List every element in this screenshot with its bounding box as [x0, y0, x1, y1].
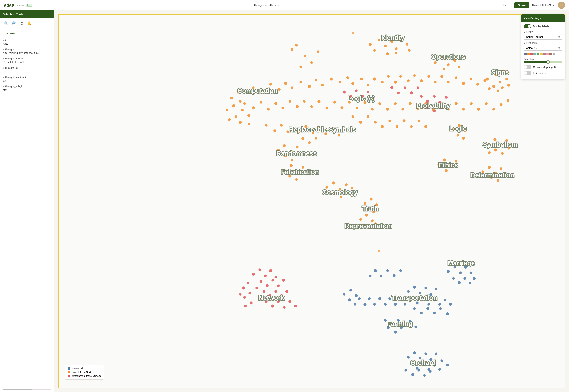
svg-point-200 [343, 90, 346, 94]
svg-point-41 [315, 79, 317, 81]
svg-point-8 [384, 45, 387, 47]
header-left: atlas by NOMIQ beta [4, 3, 32, 8]
svg-point-248 [463, 277, 466, 280]
svg-point-108 [247, 114, 250, 117]
minimize-button[interactable]: − [48, 12, 51, 16]
svg-point-319 [369, 275, 371, 277]
svg-point-239 [244, 305, 247, 308]
svg-point-181 [371, 219, 374, 222]
svg-point-70 [274, 102, 277, 105]
field-value-1: Am I thinking any of these (t's)? [3, 51, 51, 55]
svg-text:Orchard: Orchard [410, 359, 436, 366]
edit-topics-toggle[interactable] [524, 71, 531, 75]
svg-point-269 [439, 308, 442, 310]
custom-mapping-toggle[interactable] [524, 65, 531, 69]
svg-point-291 [414, 326, 417, 328]
svg-point-279 [363, 303, 366, 306]
svg-point-220 [282, 279, 285, 281]
svg-point-180 [365, 214, 368, 217]
help-button[interactable]: Help [501, 2, 512, 8]
sidebar-scrollbar[interactable] [3, 389, 51, 390]
svg-point-14 [386, 52, 389, 55]
svg-point-237 [243, 296, 246, 299]
svg-point-187 [280, 124, 283, 127]
svg-point-309 [417, 369, 420, 372]
display-labels-label: Display labels [533, 25, 549, 28]
chevron-down-icon[interactable]: ▾ [278, 4, 279, 7]
svg-point-50 [381, 81, 384, 83]
field-name-4: ▶ thought_section_id [3, 76, 51, 79]
color-scheme-select[interactable]: tableau10 [524, 45, 562, 51]
hand-tool-button[interactable]: ✋ [27, 20, 33, 26]
share-button[interactable]: Share [514, 2, 529, 8]
svg-point-318 [374, 269, 377, 272]
svg-point-94 [455, 102, 458, 105]
svg-text:Farming: Farming [387, 320, 412, 327]
svg-point-16 [373, 49, 376, 52]
svg-point-222 [263, 290, 265, 293]
search-tool-button[interactable]: 🔍 [3, 20, 9, 26]
display-labels-row: Display labels [524, 24, 562, 28]
svg-point-75 [310, 105, 313, 108]
preview-field: ▶ thought_section_id 73 [3, 76, 51, 83]
svg-point-240 [239, 293, 241, 296]
svg-point-170 [345, 183, 348, 186]
svg-point-206 [390, 86, 393, 89]
map-container[interactable]: Identity Operations Signs Computation Lo… [54, 10, 569, 392]
lasso-tool-button[interactable]: ⊙ [20, 20, 24, 26]
color-scheme-section: Color Scheme tableau10 [524, 42, 562, 55]
svg-point-311 [429, 370, 431, 373]
svg-point-84 [378, 102, 381, 105]
color-scheme-label: Color Scheme [524, 42, 562, 44]
svg-point-341 [352, 32, 354, 34]
svg-point-61 [455, 76, 457, 79]
legend-item: Hammurabi [68, 367, 101, 370]
field-name-1: ▶ thought [3, 48, 51, 51]
svg-text:Determination: Determination [471, 172, 514, 179]
display-labels-toggle[interactable] [524, 24, 531, 28]
svg-point-233 [294, 305, 297, 308]
svg-point-59 [440, 75, 443, 78]
svg-point-196 [402, 119, 406, 123]
svg-point-313 [446, 364, 449, 366]
svg-point-280 [358, 297, 361, 300]
point-size-slider-thumb[interactable] [546, 60, 550, 64]
svg-point-19 [447, 63, 449, 66]
svg-text:Network: Network [259, 294, 284, 302]
svg-point-278 [368, 297, 371, 300]
svg-point-252 [413, 285, 416, 289]
svg-point-65 [484, 79, 486, 82]
map-canvas[interactable]: Identity Operations Signs Computation Lo… [58, 14, 565, 388]
field-value-3: 426 [3, 70, 51, 73]
svg-point-57 [427, 75, 430, 78]
svg-text:Falsification: Falsification [281, 168, 319, 176]
filter-tool-button[interactable]: ⚗️ [11, 20, 17, 26]
svg-point-202 [355, 89, 358, 92]
svg-point-247 [458, 281, 460, 284]
svg-point-204 [367, 91, 369, 93]
svg-point-133 [302, 137, 305, 140]
svg-point-297 [419, 357, 421, 359]
svg-text:Symbolism: Symbolism [483, 141, 518, 148]
svg-point-68 [260, 101, 262, 104]
svg-point-308 [411, 373, 414, 376]
preview-field: ▶ thought_sub_id 494 [3, 85, 51, 92]
svg-point-3 [310, 61, 313, 64]
view-settings-close-button[interactable]: ✕ [559, 16, 562, 20]
point-size-slider-track[interactable] [524, 61, 562, 63]
svg-point-66 [243, 102, 246, 105]
svg-point-151 [443, 158, 446, 161]
svg-point-81 [356, 107, 359, 109]
svg-point-211 [251, 273, 254, 276]
svg-point-262 [438, 303, 441, 306]
svg-point-67 [251, 107, 254, 110]
svg-point-256 [435, 288, 437, 290]
svg-point-236 [248, 292, 251, 294]
color-by-select[interactable]: thought_author [524, 34, 562, 40]
svg-point-164 [302, 166, 304, 169]
svg-point-110 [228, 118, 231, 121]
svg-point-98 [485, 102, 488, 105]
svg-point-85 [386, 108, 389, 111]
svg-point-64 [476, 83, 479, 85]
svg-point-58 [434, 81, 437, 83]
